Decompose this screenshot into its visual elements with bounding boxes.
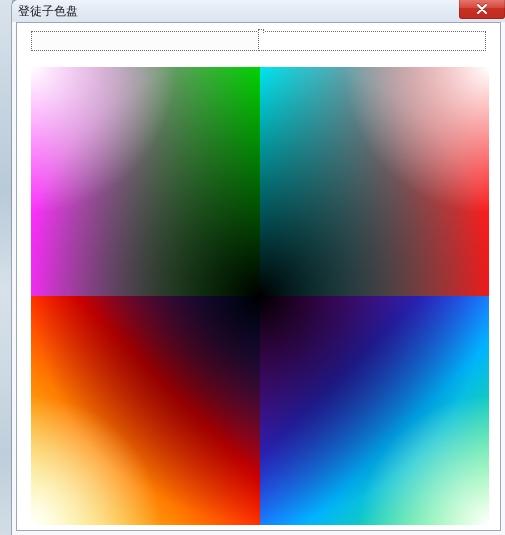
palette-quadrant-top-left[interactable] [31,67,260,296]
tab-2[interactable] [258,31,486,51]
close-icon [476,4,488,14]
tab-1[interactable] [31,31,259,51]
window-title: 登徒子色盘 [18,0,78,22]
desktop-background [0,0,12,535]
window-buttons [459,0,505,19]
palette-quadrant-top-right[interactable] [260,67,489,296]
palette-quadrant-bottom-left[interactable] [31,296,260,525]
close-button[interactable] [459,0,505,19]
client-area [16,22,501,531]
palette-quadrant-bottom-right[interactable] [260,296,489,525]
app-window: 登徒子色盘 [12,0,505,535]
color-palette[interactable] [31,67,489,525]
titlebar[interactable]: 登徒子色盘 [12,0,505,22]
tab-strip [31,31,486,51]
